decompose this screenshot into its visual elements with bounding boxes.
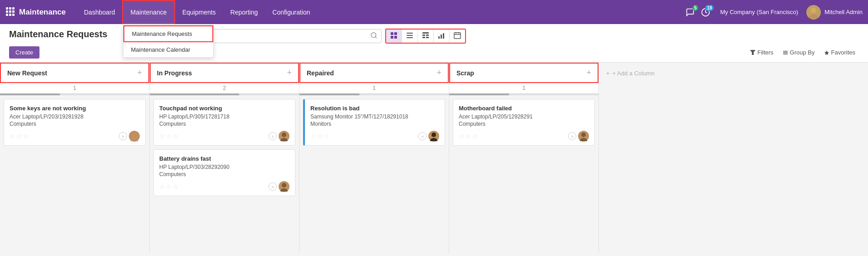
column-header-in-progress: In Progress + [150, 63, 299, 83]
card-stars[interactable]: ☆ ☆ ☆ [10, 133, 29, 140]
svg-rect-23 [426, 34, 429, 36]
star-2[interactable]: ☆ [16, 133, 22, 140]
search-button[interactable] [367, 30, 381, 43]
svg-point-39 [131, 138, 138, 141]
svg-rect-24 [422, 37, 425, 38]
user-name: Mitchell Admin [824, 9, 863, 15]
svg-rect-17 [394, 36, 397, 39]
svg-point-44 [432, 133, 436, 137]
card-stars[interactable]: ☆ ☆ ☆ [159, 133, 179, 140]
star-3[interactable]: ☆ [23, 133, 29, 140]
card-motherboard[interactable]: Motherboard failed Acer Laptop/LP/205/12… [453, 99, 595, 146]
svg-rect-1 [9, 7, 11, 10]
svg-rect-28 [443, 33, 444, 39]
svg-point-38 [132, 133, 137, 137]
card-category: Computers [159, 171, 289, 177]
card-resolution[interactable]: Resolution is bad Samsung Monitor 15"/MT… [303, 99, 445, 146]
svg-rect-0 [6, 7, 8, 10]
card-footer: ☆ ☆ ☆ ○ [10, 131, 140, 142]
card-battery[interactable]: Battery drains fast HP Laptop/LP/303/282… [153, 149, 295, 196]
kanban-board: New Request + 1 Some keys are not workin… [0, 63, 868, 253]
group-by-button[interactable]: Group By [779, 48, 819, 57]
star-2[interactable]: ☆ [166, 183, 172, 190]
svg-rect-29 [454, 33, 461, 39]
card-user-avatar [428, 131, 439, 142]
chart-view-button[interactable] [434, 30, 450, 43]
star-2[interactable]: ☆ [317, 133, 323, 140]
card-status-circle[interactable]: ○ [269, 182, 277, 191]
svg-rect-5 [12, 10, 15, 13]
column-header-new-request: New Request + [0, 63, 149, 83]
plus-icon: + [606, 70, 610, 77]
favorites-button[interactable]: Favorites [820, 48, 859, 57]
star-3[interactable]: ☆ [472, 133, 478, 140]
card-actions: ○ [119, 131, 140, 142]
card-stars[interactable]: ☆ ☆ ☆ [310, 133, 330, 140]
svg-rect-26 [438, 36, 440, 39]
card-stars[interactable]: ☆ ☆ ☆ [159, 183, 179, 190]
nav-item-configuration[interactable]: Configuration [265, 0, 317, 24]
svg-point-11 [809, 14, 818, 19]
column-add-repaired[interactable]: + [436, 68, 441, 78]
list-view-button[interactable] [402, 30, 418, 43]
dropdown-item-maintenance-calendar[interactable]: Maintenance Calendar [123, 42, 213, 57]
column-add-scrap[interactable]: + [586, 68, 591, 78]
nav-item-equipments[interactable]: Equipments [175, 0, 223, 24]
apps-menu-icon[interactable] [5, 7, 15, 17]
column-count-repaired: 1 [299, 83, 449, 94]
card-footer: ☆ ☆ ☆ ○ [159, 181, 289, 192]
card-category: Computers [10, 121, 140, 127]
clock-icon[interactable]: 18 [701, 8, 710, 17]
dropdown-item-maintenance-requests[interactable]: Maintenance Requests [123, 25, 213, 42]
svg-rect-22 [422, 34, 425, 36]
card-touchpad[interactable]: Touchpad not working HP Laptop/LP/305/17… [153, 99, 295, 146]
svg-rect-7 [9, 14, 11, 16]
star-1[interactable]: ☆ [159, 133, 165, 140]
app-brand: Maintenance [19, 8, 66, 17]
kanban-view-button[interactable] [386, 30, 402, 43]
card-status-circle[interactable]: ○ [418, 132, 427, 140]
star-3[interactable]: ☆ [173, 133, 179, 140]
card-user-avatar [578, 131, 589, 142]
card-title: Touchpad not working [159, 105, 289, 112]
messages-icon[interactable]: 5 [686, 8, 695, 17]
kanban-column-repaired: Repaired + 1 Resolution is bad Samsung M… [299, 63, 449, 253]
star-2[interactable]: ☆ [466, 133, 471, 140]
nav-item-dashboard[interactable]: Dashboard [77, 0, 123, 24]
card-status-circle[interactable]: ○ [119, 132, 127, 140]
star-3[interactable]: ☆ [324, 133, 330, 140]
nav-right: 5 18 My Company (San Francisco) Mitchell… [686, 5, 863, 20]
column-count-in-progress: 2 [150, 83, 299, 94]
avatar[interactable] [806, 5, 821, 20]
column-add-in-progress[interactable]: + [287, 68, 292, 78]
svg-rect-3 [6, 10, 8, 13]
nav-item-reporting[interactable]: Reporting [223, 0, 265, 24]
card-some-keys[interactable]: Some keys are not working Acer Laptop/LP… [4, 99, 146, 146]
card-stars[interactable]: ☆ ☆ ☆ [459, 133, 478, 140]
svg-rect-15 [394, 32, 397, 35]
nav-item-maintenance[interactable]: Maintenance Maintenance Requests Mainten… [122, 0, 175, 24]
add-column-button[interactable]: + + Add a Column [606, 70, 654, 77]
card-status-circle[interactable]: ○ [269, 132, 277, 140]
create-button[interactable]: Create [9, 46, 39, 59]
card-ref: HP Laptop/LP/303/28292090 [159, 164, 289, 170]
table-view-button[interactable] [418, 30, 434, 43]
kanban-column-in-progress: In Progress + 2 Touchpad not working HP … [150, 63, 299, 253]
star-1[interactable]: ☆ [310, 133, 316, 140]
column-add-new-request[interactable]: + [137, 68, 142, 78]
star-1[interactable]: ☆ [459, 133, 465, 140]
card-status-circle[interactable]: ○ [568, 132, 576, 140]
add-column-area[interactable]: + + Add a Column [599, 63, 690, 253]
calendar-view-button[interactable] [450, 30, 465, 43]
svg-marker-33 [750, 50, 755, 55]
star-2[interactable]: ☆ [166, 133, 172, 140]
card-footer: ☆ ☆ ☆ ○ [459, 131, 589, 142]
star-1[interactable]: ☆ [10, 133, 15, 140]
column-cards-repaired: Resolution is bad Samsung Monitor 15"/MT… [299, 95, 449, 149]
star-1[interactable]: ☆ [159, 183, 165, 190]
column-title-repaired: Repaired [307, 69, 436, 77]
card-title: Resolution is bad [310, 105, 439, 112]
star-3[interactable]: ☆ [173, 183, 179, 190]
filters-button[interactable]: Filters [746, 48, 777, 57]
svg-rect-14 [391, 32, 393, 35]
